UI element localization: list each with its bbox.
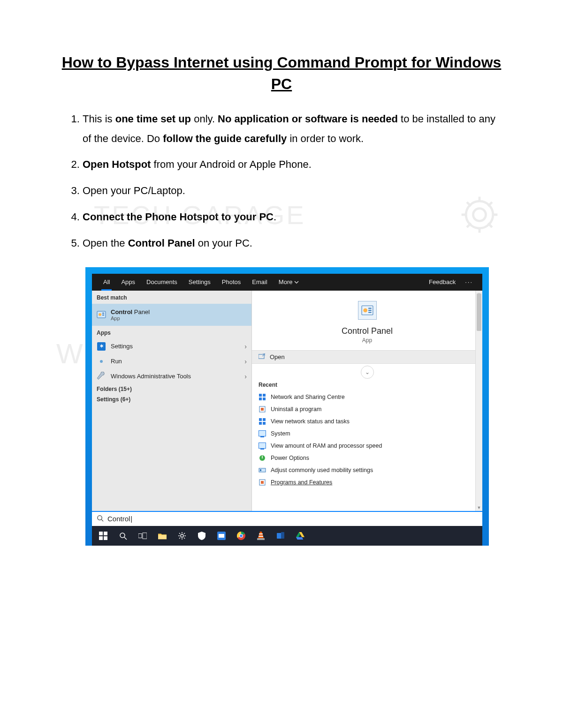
document-page: TECH GARAGE W How to Bypass Internet usi… [0, 0, 563, 728]
expand-toggle[interactable]: ⌄ [252, 366, 482, 379]
search-icon [97, 515, 104, 523]
app-admin-tools[interactable]: Windows Administrative Tools › [92, 369, 251, 384]
taskbar-settings[interactable] [173, 526, 191, 546]
svg-rect-18 [261, 481, 264, 484]
svg-rect-13 [261, 408, 264, 411]
tools-icon [97, 372, 106, 381]
vlc-icon [257, 532, 265, 540]
step-4: Connect the Phone Hotspot to your PC. [83, 207, 502, 227]
svg-rect-20 [99, 532, 103, 535]
recent-network-status[interactable]: View network status and tasks [259, 415, 469, 428]
search-input[interactable]: Control [92, 511, 482, 526]
chevron-down-icon [294, 280, 299, 285]
taskbar-vlc[interactable] [251, 526, 270, 546]
taskbar-chrome[interactable] [232, 526, 251, 546]
recent-system[interactable]: System [259, 428, 469, 440]
step-1: This is one time set up only. No applica… [83, 109, 502, 149]
svg-rect-27 [158, 535, 167, 539]
scroll-down-icon[interactable]: ▼ [476, 504, 482, 511]
svg-rect-4 [102, 313, 104, 314]
chevron-right-icon: › [244, 343, 247, 350]
svg-point-33 [240, 534, 243, 537]
watermark-fragment: W [56, 338, 83, 370]
drive-icon [296, 532, 304, 540]
tab-settings[interactable]: Settings [183, 274, 216, 291]
svg-point-28 [181, 534, 183, 537]
app-icon [217, 532, 226, 540]
svg-rect-36 [257, 538, 265, 540]
control-panel-icon [97, 310, 106, 319]
system-icon [259, 442, 266, 450]
svg-point-7 [363, 308, 367, 312]
taskbar-drive[interactable] [291, 526, 310, 546]
control-panel-large-icon [358, 301, 377, 320]
best-match-control-panel[interactable]: Control Panel App [92, 304, 251, 326]
screenshot: All Apps Documents Settings Photos Email… [85, 267, 489, 546]
svg-rect-30 [219, 534, 224, 538]
start-button[interactable] [94, 526, 113, 546]
network-icon [259, 418, 266, 425]
gear-icon [178, 532, 186, 540]
app-settings[interactable]: ✶ Settings › [92, 339, 251, 354]
tab-email[interactable]: Email [246, 274, 273, 291]
tab-more[interactable]: More [273, 274, 305, 291]
chrome-icon [237, 532, 245, 540]
svg-rect-35 [259, 536, 263, 537]
folders-group[interactable]: Folders (15+) [92, 384, 251, 394]
page-title: How to Bypass Internet using Command Pro… [61, 52, 502, 95]
windows-icon [99, 532, 107, 540]
recent-block: Recent Network and Sharing Centre Uninst… [252, 382, 476, 488]
svg-rect-26 [143, 533, 147, 539]
app-run[interactable]: Run › [92, 354, 251, 369]
hero-title: Control Panel [252, 326, 482, 336]
step-2: Open Hotspot from your Android or Apple … [83, 155, 502, 174]
results-right-column: ▲ ▼ Control Panel App [252, 291, 482, 511]
steps-list: This is one time set up only. No applica… [61, 109, 502, 253]
tab-photos[interactable]: Photos [216, 274, 246, 291]
tab-apps[interactable]: Apps [115, 274, 141, 291]
folder-icon [158, 532, 167, 540]
recent-network-sharing[interactable]: Network and Sharing Centre [259, 391, 469, 403]
taskbar-search[interactable] [114, 526, 132, 546]
network-icon [259, 393, 266, 401]
power-icon [259, 454, 266, 462]
recent-uninstall[interactable]: Uninstall a program [259, 403, 469, 415]
apps-label: Apps [92, 326, 251, 339]
svg-rect-25 [138, 533, 142, 538]
feedback-link[interactable]: Feedback [423, 274, 461, 291]
results-left-column: Best match Control Panel App Apps ✶ [92, 291, 252, 511]
taskbar-file-explorer[interactable] [153, 526, 172, 546]
taskbar-security[interactable] [192, 526, 211, 546]
recent-mobility[interactable]: Adjust commonly used mobility settings [259, 464, 469, 476]
run-icon [97, 357, 106, 366]
open-action[interactable]: Open [252, 350, 476, 364]
shield-icon [198, 532, 206, 540]
settings-icon: ✶ [97, 342, 106, 351]
search-tabs-bar: All Apps Documents Settings Photos Email… [92, 274, 482, 291]
taskbar-your-phone[interactable] [271, 526, 290, 546]
scrollbar[interactable]: ▲ ▼ [475, 291, 482, 511]
svg-point-24 [120, 533, 125, 538]
svg-rect-22 [99, 536, 103, 540]
result-hero: Control Panel App [252, 291, 482, 350]
svg-rect-8 [368, 308, 372, 308]
task-view-icon [138, 532, 147, 540]
taskbar [92, 526, 482, 546]
programs-icon [259, 405, 266, 413]
system-icon [259, 430, 266, 437]
settings-group[interactable]: Settings (6+) [92, 394, 251, 405]
more-menu-icon[interactable]: ··· [461, 278, 477, 285]
taskbar-task-view[interactable] [133, 526, 152, 546]
recent-programs-features[interactable]: Programs and Features [259, 476, 469, 488]
svg-rect-10 [368, 312, 372, 313]
taskbar-app-blue[interactable] [212, 526, 231, 546]
svg-rect-23 [104, 536, 107, 540]
recent-ram[interactable]: View amount of RAM and processor speed [259, 440, 469, 452]
tab-all[interactable]: All [98, 274, 115, 291]
chevron-down-icon: ⌄ [365, 369, 370, 375]
tab-documents[interactable]: Documents [141, 274, 183, 291]
phone-link-icon [276, 532, 285, 540]
step-5: Open the Control Panel on your PC. [83, 233, 502, 253]
scrollbar-thumb[interactable] [477, 293, 481, 331]
recent-power[interactable]: Power Options [259, 452, 469, 464]
